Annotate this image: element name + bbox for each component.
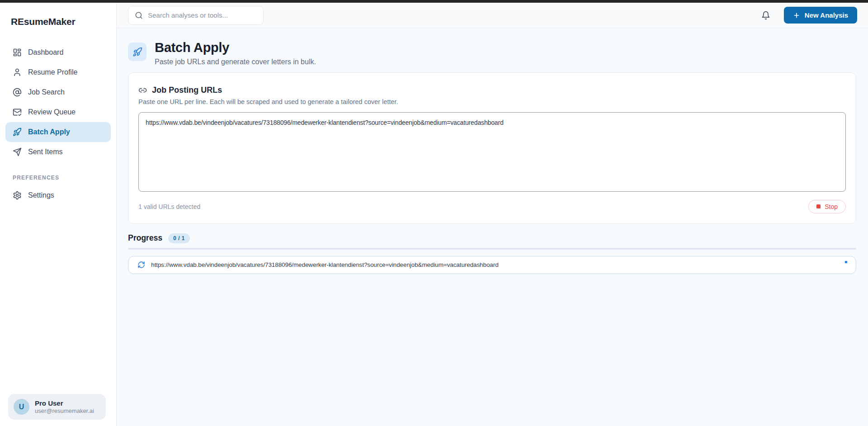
progress-row-url: https://www.vdab.be/vindeenjob/vacatures… — [151, 261, 498, 268]
sidebar-item-settings[interactable]: Settings — [5, 185, 111, 205]
sidebar-item-dashboard[interactable]: Dashboard — [5, 43, 111, 62]
sidebar-item-label: Review Queue — [28, 108, 76, 116]
person-icon — [13, 68, 22, 77]
topbar: New Analysis — [117, 3, 868, 28]
notifications-button[interactable] — [761, 11, 770, 20]
page-subtitle: Paste job URLs and generate cover letter… — [155, 58, 316, 66]
user-profile-card[interactable]: U Pro User user@resumemaker.ai — [8, 394, 106, 420]
at-sign-icon — [13, 88, 22, 97]
sidebar-item-resume-profile[interactable]: Resume Profile — [5, 62, 111, 82]
preferences-section-header: PREFERENCES — [13, 175, 111, 181]
status-dot-icon — [845, 261, 847, 263]
sidebar-item-label: Resume Profile — [28, 68, 77, 76]
progress-title: Progress — [128, 233, 162, 243]
new-analysis-label: New Analysis — [805, 11, 848, 19]
page-content: Batch Apply Paste job URLs and generate … — [117, 28, 868, 426]
valid-urls-count: 1 valid URLs detected — [138, 203, 200, 210]
sidebar-item-label: Settings — [28, 191, 54, 199]
stop-label: Stop — [825, 203, 838, 210]
page-header: Batch Apply Paste job URLs and generate … — [128, 41, 856, 66]
page-rocket-icon-badge — [128, 43, 147, 61]
send-icon — [13, 147, 22, 156]
rocket-icon — [13, 128, 22, 137]
search-input[interactable] — [148, 11, 252, 19]
user-name: Pro User — [35, 399, 94, 407]
sidebar-item-label: Dashboard — [28, 48, 63, 57]
dashboard-grid-icon — [13, 48, 22, 57]
sidebar-item-label: Batch Apply — [28, 128, 70, 136]
sidebar: REsumeMaker Dashboard Resume Profile Job… — [0, 3, 117, 426]
sidebar-item-label: Sent Items — [28, 148, 62, 156]
plus-icon — [793, 12, 800, 19]
sidebar-item-review-queue[interactable]: Review Queue — [5, 102, 111, 122]
sidebar-item-label: Job Search — [28, 88, 65, 96]
search-icon — [135, 11, 143, 19]
new-analysis-button[interactable]: New Analysis — [784, 7, 857, 24]
sidebar-item-sent-items[interactable]: Sent Items — [5, 142, 111, 162]
card-title: Job Posting URLs — [152, 85, 222, 95]
app-logo: REsumeMaker — [5, 16, 111, 27]
sidebar-nav: Dashboard Resume Profile Job Search Revi… — [5, 43, 111, 162]
bell-icon — [761, 11, 770, 20]
stop-square-icon — [816, 204, 821, 208]
user-email: user@resumemaker.ai — [35, 407, 94, 414]
progress-count-badge: 0 / 1 — [168, 233, 190, 243]
sidebar-item-batch-apply[interactable]: Batch Apply — [5, 122, 111, 142]
mail-check-icon — [13, 108, 22, 117]
main-column: New Analysis Batch Apply Paste job URLs … — [117, 3, 868, 426]
progress-url-row[interactable]: https://www.vdab.be/vindeenjob/vacatures… — [128, 256, 856, 274]
refresh-spinner-icon — [138, 261, 145, 269]
avatar: U — [14, 399, 29, 415]
link-icon — [138, 86, 147, 95]
rocket-icon — [133, 47, 142, 57]
page-title: Batch Apply — [155, 41, 316, 55]
progress-section: Progress 0 / 1 https://www.vdab.be/vinde… — [128, 233, 856, 274]
app-root: REsumeMaker Dashboard Resume Profile Job… — [0, 3, 868, 426]
job-posting-urls-card: Job Posting URLs Paste one URL per line.… — [128, 72, 856, 224]
stop-button[interactable]: Stop — [808, 200, 846, 213]
gear-icon — [13, 191, 22, 200]
progress-bar — [128, 248, 856, 250]
search-box[interactable] — [128, 6, 264, 25]
job-urls-textarea[interactable]: https://www.vdab.be/vindeenjob/vacatures… — [138, 112, 846, 192]
card-subtitle: Paste one URL per line. Each will be scr… — [138, 98, 846, 105]
sidebar-item-job-search[interactable]: Job Search — [5, 82, 111, 102]
